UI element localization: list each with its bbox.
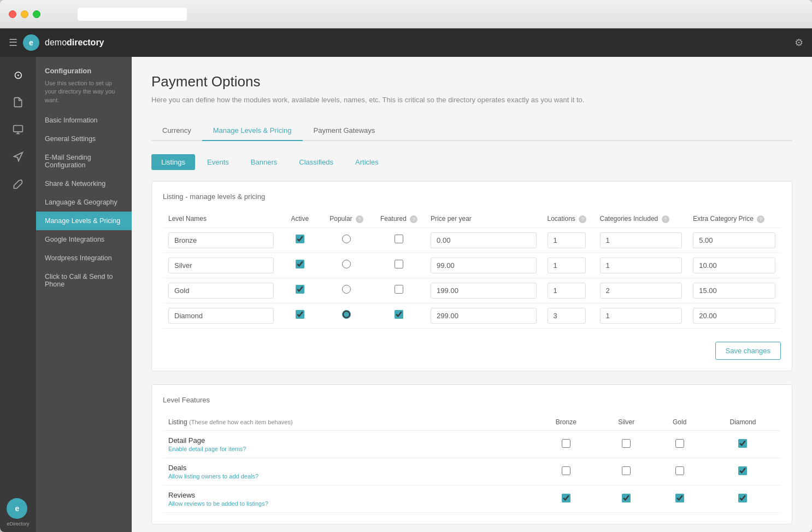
mac-titlebar [0, 0, 812, 28]
categories-bronze[interactable] [600, 232, 682, 248]
popular-gold[interactable] [342, 285, 351, 294]
sidebar-icon-compass[interactable]: ⊙ [5, 62, 31, 87]
col-active: Active [279, 211, 320, 228]
sub-tab-classifieds[interactable]: Classifieds [289, 154, 343, 170]
extra-price-gold[interactable] [693, 283, 775, 299]
mac-window: ☰ e demodirectory ⚙ ⊙ [0, 0, 812, 532]
pricing-table: Level Names Active Popular ? Featured ? [163, 211, 781, 329]
save-changes-button[interactable]: Save changes [715, 342, 781, 360]
detail-page-diamond[interactable] [738, 439, 747, 448]
sidebar-icon-monitor[interactable] [5, 117, 31, 142]
deals-diamond[interactable] [738, 466, 747, 475]
deals-silver[interactable] [622, 466, 631, 475]
nav-item-language-geography[interactable]: Language & Geography [36, 193, 132, 212]
extra-price-silver[interactable] [693, 258, 775, 273]
col-categories: Categories Included ? [595, 211, 688, 228]
popular-info-icon[interactable]: ? [356, 215, 363, 223]
nav-item-click-to-call[interactable]: Click to Call & Send to Phone [36, 267, 132, 294]
edirectory-badge[interactable]: e [7, 498, 27, 519]
maximize-button[interactable] [33, 10, 40, 18]
extra-price-info-icon[interactable]: ? [757, 215, 764, 223]
sidebar-icon-paint[interactable] [5, 172, 31, 197]
price-gold[interactable] [431, 283, 536, 299]
popular-diamond[interactable] [342, 310, 351, 319]
col-gold-header: Gold [654, 414, 705, 431]
nav-item-wordpress[interactable]: Wordpress Integration [36, 249, 132, 267]
popular-silver[interactable] [342, 260, 351, 268]
locations-diamond[interactable] [548, 308, 586, 324]
nav-item-email-sending[interactable]: E-Mail Sending Configuration [36, 148, 132, 174]
price-bronze[interactable] [431, 232, 536, 248]
active-diamond[interactable] [296, 310, 304, 319]
tab-currency[interactable]: Currency [151, 121, 202, 141]
locations-silver[interactable] [548, 258, 586, 273]
sub-tab-listings[interactable]: Listings [151, 154, 195, 170]
featured-info-icon[interactable]: ? [410, 215, 417, 223]
col-featured: Featured ? [373, 211, 425, 228]
categories-gold[interactable] [600, 283, 682, 299]
categories-diamond[interactable] [600, 308, 682, 324]
extra-price-bronze[interactable] [693, 232, 775, 248]
level-name-bronze[interactable] [168, 232, 274, 248]
reviews-silver[interactable] [622, 494, 631, 502]
level-name-diamond[interactable] [168, 308, 274, 324]
feature-row-deals: Deals Allow listing owners to add deals? [163, 458, 781, 485]
locations-info-icon[interactable]: ? [579, 215, 586, 223]
listing-header-label: Listing (These define how each item beha… [168, 418, 293, 426]
detail-page-gold[interactable] [675, 439, 684, 448]
popular-bronze[interactable] [342, 235, 351, 243]
categories-info-icon[interactable]: ? [662, 215, 669, 223]
featured-diamond[interactable] [395, 310, 403, 319]
hamburger-icon[interactable]: ☰ [9, 37, 17, 49]
pricing-section-title: Listing - manage levels & pricing [163, 192, 781, 201]
nav-item-google-integrations[interactable]: Google Integrations [36, 230, 132, 249]
level-name-gold[interactable] [168, 283, 274, 299]
categories-silver[interactable] [600, 258, 682, 273]
sidebar-icon-megaphone[interactable] [5, 144, 31, 169]
feature-desc-deals: Allow listing owners to add deals? [168, 473, 528, 480]
nav-item-share-networking[interactable]: Share & Networking [36, 174, 132, 193]
reviews-bronze[interactable] [562, 494, 570, 502]
sidebar-icon-file[interactable] [5, 90, 31, 115]
sub-tab-banners[interactable]: Banners [241, 154, 287, 170]
top-bar: ☰ e demodirectory ⚙ [0, 28, 812, 57]
close-button[interactable] [9, 10, 16, 18]
featured-gold[interactable] [395, 285, 403, 294]
featured-bronze[interactable] [395, 235, 403, 243]
price-silver[interactable] [431, 258, 536, 273]
reviews-diamond[interactable] [738, 494, 747, 502]
sub-tab-articles[interactable]: Articles [345, 154, 389, 170]
col-diamond-header: Diamond [705, 414, 781, 431]
nav-item-general-settings[interactable]: General Settings [36, 130, 132, 148]
col-bronze-header: Bronze [534, 414, 599, 431]
pricing-section: Listing - manage levels & pricing Level … [151, 181, 792, 371]
nav-section-desc: Use this section to set up your director… [36, 77, 132, 111]
extra-price-diamond[interactable] [693, 308, 775, 324]
col-level-names: Level Names [163, 211, 279, 228]
page-description: Here you can define how the modules work… [151, 95, 792, 106]
settings-icon[interactable]: ⚙ [795, 37, 803, 48]
reviews-gold[interactable] [675, 494, 684, 502]
tab-payment-gateways[interactable]: Payment Gateways [303, 121, 386, 141]
tab-manage-levels[interactable]: Manage Levels & Pricing [202, 121, 303, 141]
nav-item-manage-levels[interactable]: Manage Levels & Pricing [36, 212, 132, 230]
sub-tab-events[interactable]: Events [197, 154, 239, 170]
active-silver[interactable] [296, 260, 304, 268]
page-title: Payment Options [151, 73, 792, 90]
nav-item-basic-information[interactable]: Basic Information [36, 111, 132, 130]
detail-page-silver[interactable] [622, 439, 631, 448]
deals-gold[interactable] [675, 466, 684, 475]
locations-gold[interactable] [548, 283, 586, 299]
detail-page-bronze[interactable] [562, 439, 570, 448]
active-bronze[interactable] [296, 235, 304, 243]
minimize-button[interactable] [21, 10, 28, 18]
price-diamond[interactable] [431, 308, 536, 324]
level-name-silver[interactable] [168, 258, 274, 273]
deals-bronze[interactable] [562, 466, 570, 475]
table-row [163, 227, 781, 253]
featured-silver[interactable] [395, 260, 403, 268]
address-bar[interactable] [78, 8, 187, 21]
locations-bronze[interactable] [548, 232, 586, 248]
feature-row-reviews: Reviews Allow reviews to be added to lis… [163, 485, 781, 512]
active-gold[interactable] [296, 285, 304, 294]
